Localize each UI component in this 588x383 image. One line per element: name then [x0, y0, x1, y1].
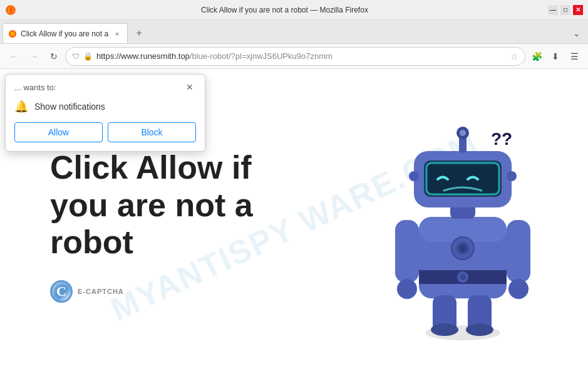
- robot-illustration: ??: [375, 110, 550, 342]
- shield-icon: 🛡: [72, 52, 80, 61]
- browser-window: Click Allow if you are not a robot — Moz…: [0, 0, 588, 383]
- tab-favicon: [8, 29, 17, 38]
- svg-point-17: [466, 323, 493, 336]
- popup-site-text: ... wants to:: [14, 83, 56, 92]
- svg-point-27: [507, 171, 517, 181]
- svg-rect-10: [395, 220, 419, 283]
- tab-bar: Click Allow if you are not a × + ⌄: [0, 20, 588, 44]
- left-content: Click Allow if you are not a robot C E-C…: [50, 149, 253, 303]
- svg-point-25: [460, 130, 466, 136]
- nav-bar: ← → ↻ 🛡 🔒 https://www.runesmith.top/blue…: [0, 44, 588, 69]
- url-domain: https://www.runesmith.top: [96, 51, 190, 61]
- svg-point-16: [431, 323, 458, 336]
- nav-extra-buttons: 🧩 ⬇ ☰: [528, 48, 583, 65]
- captcha-icon: C: [50, 280, 73, 303]
- svg-text:??: ??: [491, 129, 512, 149]
- tab-more-button[interactable]: ⌄: [568, 24, 585, 42]
- captcha-logo: C E-CAPTCHA: [50, 280, 253, 303]
- svg-point-26: [409, 171, 419, 181]
- svg-point-3: [11, 31, 15, 36]
- popup-header: ... wants to: ✕: [6, 75, 205, 97]
- title-bar: Click Allow if you are not a robot — Moz…: [0, 0, 588, 20]
- extensions-button[interactable]: 🧩: [528, 48, 545, 65]
- popup-permission-row: 🔔 Show notifications: [6, 97, 205, 122]
- minimize-button[interactable]: —: [548, 5, 558, 15]
- window-title: Click Allow if you are not a robot — Moz…: [21, 6, 548, 14]
- tab-title: Click Allow if you are not a: [21, 29, 108, 38]
- back-button[interactable]: ←: [5, 48, 23, 65]
- page-content: ... wants to: ✕ 🔔 Show notifications All…: [0, 69, 588, 383]
- svg-point-11: [397, 279, 417, 299]
- forward-button[interactable]: →: [25, 48, 43, 65]
- maximize-button[interactable]: □: [560, 5, 570, 15]
- popup-permission-text: Show notifications: [34, 102, 105, 112]
- svg-point-13: [508, 279, 529, 299]
- window-controls: — □ ✕: [548, 5, 583, 15]
- bookmark-button[interactable]: ☆: [510, 51, 518, 61]
- captcha-label: E-CAPTCHA: [78, 288, 124, 295]
- tab-close-button[interactable]: ×: [112, 29, 122, 39]
- active-tab[interactable]: Click Allow if you are not a ×: [3, 23, 128, 43]
- reload-button[interactable]: ↻: [45, 48, 63, 65]
- more-tools-button[interactable]: ☰: [565, 48, 583, 65]
- bell-icon: 🔔: [14, 100, 28, 113]
- popup-close-button[interactable]: ✕: [183, 81, 196, 93]
- url-bar[interactable]: 🛡 🔒 https://www.runesmith.top/blue-robot…: [65, 47, 525, 66]
- downloads-button[interactable]: ⬇: [547, 48, 564, 65]
- allow-button[interactable]: Allow: [14, 122, 103, 142]
- firefox-icon: [5, 4, 16, 16]
- heading-line3: robot: [50, 224, 133, 260]
- main-heading: Click Allow if you are not a robot: [50, 149, 253, 261]
- robot-container: ??: [375, 110, 550, 342]
- svg-point-9: [460, 274, 466, 280]
- url-path: /blue-robot/?pl=xjnwJS6UPku9o7znmm: [190, 51, 333, 61]
- heading-line2: you are not a: [50, 187, 253, 223]
- notification-popup: ... wants to: ✕ 🔔 Show notifications All…: [5, 74, 205, 152]
- heading-line1: Click Allow if: [50, 149, 252, 186]
- svg-point-31: [460, 245, 466, 251]
- popup-actions: Allow Block: [6, 122, 205, 151]
- lock-icon: 🔒: [83, 52, 93, 61]
- new-tab-button[interactable]: +: [130, 24, 148, 42]
- url-text: https://www.runesmith.top/blue-robot/?pl…: [96, 51, 507, 61]
- svg-rect-12: [507, 220, 530, 283]
- close-button[interactable]: ✕: [573, 5, 583, 15]
- block-button[interactable]: Block: [108, 122, 196, 142]
